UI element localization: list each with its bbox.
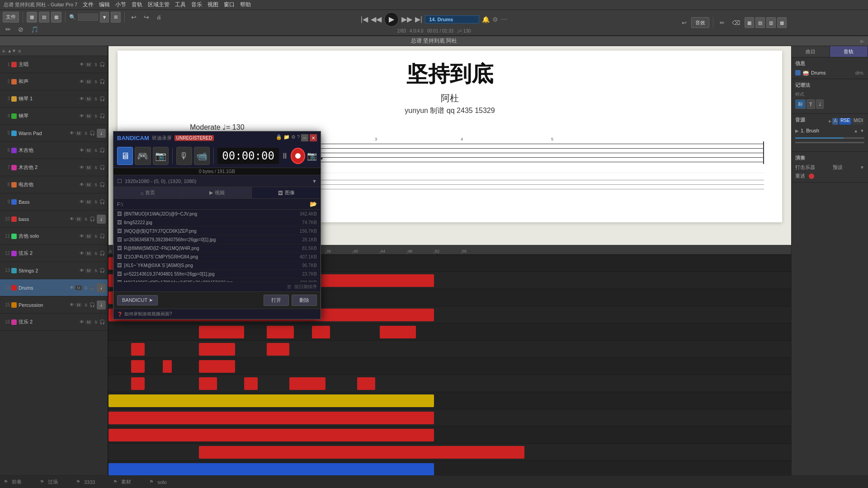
track-mute-11[interactable]: M xyxy=(85,234,92,239)
track-eye-4[interactable]: 👁 xyxy=(79,113,85,118)
forward-end-btn[interactable]: ▶| xyxy=(415,15,422,23)
more-icon[interactable]: ⋯ xyxy=(501,16,507,23)
bd-file-row-2[interactable]: 🖼 }NQQ@{$}QT3YJ7QCD6K}ZEP.png 156.7KB xyxy=(113,227,321,235)
track-eye-13[interactable]: 👁 xyxy=(79,268,85,273)
track-solo-8[interactable]: S xyxy=(93,183,99,187)
track-instrument-btn-5[interactable]: ♩ xyxy=(97,129,106,138)
sort-label[interactable]: 按日期排序 xyxy=(294,284,317,289)
track-solo-16[interactable]: S xyxy=(93,320,99,324)
track-row-10[interactable]: 10 bass 👁 M S 🎧 ♩ xyxy=(0,211,108,228)
track-mute-14[interactable]: M xyxy=(75,286,82,290)
sound-expand-icon[interactable]: ▶ xyxy=(795,128,799,133)
piano-block-9[interactable] xyxy=(108,394,434,407)
track-eye-16[interactable]: 👁 xyxy=(79,319,85,324)
sort-icon[interactable]: ☰ xyxy=(287,284,291,289)
piano-block-7[interactable] xyxy=(163,360,172,373)
rewind-start-btn[interactable]: |◀ xyxy=(361,15,368,23)
track-row-3[interactable]: 3 钢琴 1 👁 M S 🎧 xyxy=(0,90,108,108)
track-eye-10[interactable]: 👁 xyxy=(69,216,75,221)
sound-down-icon[interactable]: ▼ xyxy=(860,128,864,133)
track-mute-4[interactable]: M xyxy=(85,114,92,118)
zoom-input[interactable]: 200% xyxy=(78,14,98,21)
track-headphones-7[interactable]: 🎧 xyxy=(99,165,106,170)
menu-edit[interactable]: 编辑 xyxy=(99,1,110,9)
piano-block-5[interactable] xyxy=(380,326,416,338)
track-solo-15[interactable]: S xyxy=(83,303,89,307)
tab-tracks[interactable]: 曲目 xyxy=(792,46,830,57)
menu-view[interactable]: 视图 xyxy=(208,1,218,9)
bd-res-checkbox[interactable]: ☐ xyxy=(117,178,122,184)
bd-device-mode[interactable]: 📷 xyxy=(153,147,169,165)
track-headphones-10[interactable]: 🎧 xyxy=(90,216,96,221)
track-eye-8[interactable]: 👁 xyxy=(79,182,85,187)
sound-add-icon[interactable]: + xyxy=(828,118,831,125)
track-solo-4[interactable]: S xyxy=(93,114,99,118)
pan-slider-track[interactable] xyxy=(795,142,864,143)
track-solo-5[interactable]: S xyxy=(83,131,89,136)
track-instrument-btn-14[interactable]: ♩ xyxy=(97,283,106,292)
track-row-9[interactable]: 9 Bass 👁 M S 🎧 xyxy=(0,193,108,211)
track-solo-6[interactable]: S xyxy=(93,148,99,153)
track-mute-16[interactable]: M xyxy=(85,320,92,324)
tool-select[interactable]: ✏ xyxy=(3,24,14,34)
track-headphones-6[interactable]: 🎧 xyxy=(99,148,106,153)
bd-file-row-3[interactable]: 🖼 u=2636345879,3923840756fm=26gp=0[1].jp… xyxy=(113,235,321,244)
track-headphones-4[interactable]: 🎧 xyxy=(99,113,106,118)
rewind-btn[interactable]: ◀◀ xyxy=(371,15,382,23)
track-eye-9[interactable]: 👁 xyxy=(79,199,85,204)
menu-file[interactable]: 文件 xyxy=(83,1,94,9)
track-headphones-12[interactable]: 🎧 xyxy=(99,251,106,256)
piano-block-11[interactable] xyxy=(108,429,434,441)
track-eye-14[interactable]: 👁 xyxy=(69,285,75,290)
bandicut-button[interactable]: BANDICUT ➤ xyxy=(117,295,158,305)
notation-note-btn[interactable]: ♩ xyxy=(816,99,824,109)
undo-button[interactable]: ↩ xyxy=(128,12,139,23)
track-headphones-8[interactable]: 🎧 xyxy=(99,182,106,187)
bd-settings-icon[interactable]: ⚙ xyxy=(291,134,296,141)
play-button[interactable]: ▶ xyxy=(384,12,399,27)
track-solo-1[interactable]: S xyxy=(93,62,99,67)
menu-tools[interactable]: 工具 xyxy=(175,1,186,9)
track-solo-9[interactable]: S xyxy=(93,200,99,204)
redo-button[interactable]: ↪ xyxy=(141,12,152,23)
track-solo-12[interactable]: S xyxy=(93,251,99,256)
piano-block-5[interactable] xyxy=(267,326,294,338)
piano-block-5[interactable] xyxy=(199,326,244,338)
piano-block-10[interactable] xyxy=(108,412,434,424)
bd-minimize-btn[interactable]: ─ xyxy=(301,134,308,141)
bd-delete-btn[interactable]: 删除 xyxy=(292,295,317,306)
track-eye-5[interactable]: 👁 xyxy=(69,131,75,136)
track-headphones-13[interactable]: 🎧 xyxy=(99,268,106,273)
bd-open-btn[interactable]: 打开 xyxy=(264,295,289,306)
menu-track[interactable]: 音轨 xyxy=(132,1,142,9)
bd-audio-btn[interactable]: 🎙 xyxy=(176,147,192,165)
zoom-down-btn[interactable]: ▼ xyxy=(100,12,109,23)
track-eye-6[interactable]: 👁 xyxy=(79,148,85,153)
tool-other[interactable]: 🎵 xyxy=(28,24,41,34)
track-row-11[interactable]: 11 吉他 solo 👁 M S 🎧 xyxy=(0,228,108,245)
fold-all-icon[interactable]: ▲▼ xyxy=(7,48,16,53)
track-row-5[interactable]: 5 Warm Pad 👁 M S 🎧 ♩ xyxy=(0,125,108,142)
bd-file-row-4[interactable]: 🖼 R@8MW(5MD{IZ~FN(1MQ(W4R.png 81.5KB xyxy=(113,244,321,253)
bd-nav-home[interactable]: ⌂ 首页 xyxy=(113,187,183,198)
track-mute-10[interactable]: M xyxy=(75,217,82,221)
track-headphones-1[interactable]: 🎧 xyxy=(99,62,106,67)
track-solo-13[interactable]: S xyxy=(93,268,99,273)
track-eye-12[interactable]: 👁 xyxy=(79,251,85,256)
menu-help[interactable]: 帮助 xyxy=(240,1,251,9)
eraser-tool[interactable]: ⌫ xyxy=(729,17,743,28)
track-headphones-9[interactable]: 🎧 xyxy=(99,199,106,204)
layout-2-btn[interactable]: ▤ xyxy=(39,12,49,23)
track-eye-2[interactable]: 👁 xyxy=(79,79,85,84)
menu-bar[interactable]: 小节 xyxy=(115,1,126,9)
view-btn-3[interactable]: ▥ xyxy=(766,17,776,28)
track-headphones-5[interactable]: 🎧 xyxy=(90,131,96,136)
track-row-7[interactable]: 7 木吉他 2 👁 M S 🎧 xyxy=(0,159,108,176)
add-track-icon[interactable]: + xyxy=(2,47,5,55)
bd-nav-image[interactable]: 🖼 图像 xyxy=(252,187,321,198)
track-solo-2[interactable]: S xyxy=(93,80,99,84)
track-row-12[interactable]: 12 弦乐 2 👁 M S 🎧 xyxy=(0,245,108,262)
piano-block-13[interactable] xyxy=(108,463,434,475)
piano-block-6[interactable] xyxy=(199,343,235,356)
new-button[interactable]: 文件 xyxy=(3,12,19,23)
